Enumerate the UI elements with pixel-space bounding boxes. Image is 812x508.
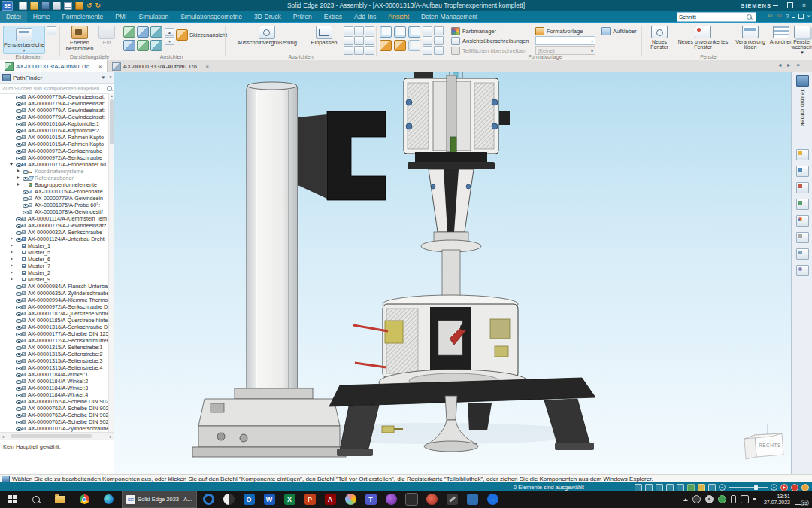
aufkleber-button[interactable]: Aufkleber	[601, 26, 637, 35]
save-icon[interactable]	[41, 2, 50, 10]
black-box-app-icon[interactable]	[401, 491, 422, 508]
visibility-eye-icon[interactable]	[15, 297, 21, 303]
visibility-eye-icon[interactable]	[15, 229, 21, 236]
command-search-input[interactable]	[677, 14, 747, 20]
menu-tab-pmi[interactable]: PMI	[109, 11, 132, 22]
tray-chevron-up-icon[interactable]	[683, 498, 688, 501]
panel-menu-icon[interactable]: ▾	[102, 75, 105, 81]
visibility-eye-icon[interactable]	[15, 385, 21, 391]
visibility-eye-icon[interactable]	[15, 236, 21, 242]
tree-item[interactable]: AX-00000635/A-Zylinderschraube D	[0, 290, 109, 297]
visibility-eye-icon[interactable]	[15, 364, 21, 371]
tree-item[interactable]: Muster_6	[0, 256, 109, 263]
play-icon[interactable]	[780, 484, 788, 491]
visibility-eye-icon[interactable]	[22, 175, 28, 181]
tree-item[interactable]: AX-00000779/A-Gewindeeinsat:	[0, 100, 109, 107]
tree-item[interactable]: AX-00001184/A-Winkel:4	[0, 391, 109, 398]
part-clamp-bracket[interactable]	[327, 111, 386, 200]
visibility-eye-icon[interactable]	[15, 303, 21, 310]
tree-item[interactable]: AX-00000972/A-Senkschraube	[0, 148, 109, 154]
visibility-eye-icon[interactable]	[22, 168, 28, 175]
tree-item[interactable]: Muster_7	[0, 263, 109, 269]
doc-tab-active[interactable]: AX-00001313/A-Aufbau Tro... ×	[0, 60, 108, 72]
tree-item[interactable]: AX-00000177/A-Scheibe DIN 125 -	[0, 330, 109, 337]
tree-item[interactable]: AX-00001184/A-Winkel:1	[0, 371, 109, 378]
exit-icon[interactable]	[75, 2, 83, 10]
tree-item[interactable]: AX-00000762/A-Scheibe DIN 9021	[0, 418, 109, 425]
visibility-eye-icon[interactable]	[15, 148, 21, 154]
visibility-eye-icon[interactable]	[15, 324, 21, 330]
open-icon[interactable]	[30, 2, 38, 10]
select-tool-icon[interactable]	[635, 484, 642, 491]
ausschnittvergroesserung-button[interactable]: Ausschnittvergrößerung	[228, 26, 306, 46]
visibility-eye-icon[interactable]	[15, 357, 21, 364]
taskbar-clock[interactable]: 13:51 27.07.2023	[764, 494, 790, 506]
tree-item[interactable]: AX-00000032/A-Senkschraube	[0, 229, 109, 236]
alternate-assemblies-icon[interactable]	[796, 182, 809, 193]
vpn-status-icon[interactable]	[718, 495, 726, 503]
tree-item[interactable]: AX-00001184/A-Winkel:2	[0, 378, 109, 385]
neues-unverankertes-fenster-button[interactable]: Neues unverankertes Fenster	[675, 26, 731, 50]
tree-item[interactable]: AX-00000107/A-Zylinderschraube D	[0, 425, 109, 432]
tree-item[interactable]: AX-00000762/A-Scheibe DIN 9021	[0, 412, 109, 418]
fenster-wechseln-button[interactable]: Fenster wechseln ▾	[791, 26, 812, 55]
expand-arrow-icon[interactable]	[9, 256, 15, 263]
menu-tab-extras[interactable]: Extras	[318, 11, 348, 22]
doc-close-icon[interactable]: ×	[807, 13, 810, 20]
visibility-eye-icon[interactable]	[15, 330, 21, 337]
teilbibliothek-tab[interactable]: Teilbibliothek	[792, 72, 812, 126]
network-globe-icon[interactable]	[705, 495, 714, 503]
photos-icon[interactable]	[341, 491, 361, 508]
part-upper-mechanism[interactable]	[404, 75, 510, 169]
tree-item[interactable]: Muster_9	[0, 276, 109, 283]
expand-arrow-icon[interactable]	[9, 161, 15, 168]
expand-arrow-icon[interactable]	[9, 242, 15, 249]
tree-item[interactable]: AX-00000972/A-Senkschraube DIN	[0, 303, 109, 310]
link-icon[interactable]	[796, 232, 809, 243]
chrome-icon[interactable]	[72, 491, 96, 508]
visibility-eye-icon[interactable]	[15, 120, 21, 127]
visibility-eye-icon[interactable]	[15, 93, 21, 100]
tree-item[interactable]: AX-00000762/A-Scheibe DIN 9021	[0, 398, 109, 405]
feedback-happy-icon[interactable]: ☺	[768, 12, 774, 20]
feedback-sad-icon[interactable]: ☺	[777, 12, 783, 20]
visibility-eye-icon[interactable]	[15, 100, 21, 107]
skizzenansicht-button[interactable]: Skizzenansicht	[176, 29, 223, 41]
visibility-eye-icon[interactable]	[22, 208, 28, 215]
new-document-icon[interactable]	[19, 2, 27, 10]
ebenen-bestimmen-button[interactable]: Ebenen bestimmen	[63, 26, 96, 51]
visibility-eye-icon[interactable]	[15, 222, 21, 229]
expand-arrow-icon[interactable]	[9, 269, 15, 276]
part-column-base[interactable]	[192, 388, 346, 457]
zoom-slider-handle[interactable]	[754, 485, 758, 490]
tree-item[interactable]: AX-00000779/A-Gewindeeinsat:	[0, 107, 109, 114]
tree-item[interactable]: AX-00000779/A-Gewindeeinsat:	[0, 114, 109, 120]
blue-ring-app-icon[interactable]	[198, 491, 219, 508]
tree-item[interactable]: AX-00000994/A-Klemme Thermoele	[0, 297, 109, 303]
tree-item[interactable]: AX-00001016/A-Kaptonfolie:2	[0, 127, 109, 134]
tree-item[interactable]: AX-00001315/A-Seitenstrebe:2	[0, 351, 109, 357]
menu-tab-home[interactable]: Home	[27, 11, 56, 22]
excel-icon[interactable]: X	[280, 491, 300, 508]
show-hide-icon[interactable]	[47, 26, 56, 35]
snipping-tool-icon[interactable]	[219, 491, 239, 508]
zoom-pan-tools[interactable]	[344, 26, 374, 55]
word-icon[interactable]: W	[259, 491, 280, 508]
minimize-icon[interactable]	[773, 5, 778, 6]
anordnen-button[interactable]: Anordnen	[768, 26, 794, 44]
visibility-eye-icon[interactable]	[15, 391, 21, 398]
tree-item[interactable]: AX-00000972/A-Senkschraube	[0, 154, 109, 161]
tree-item[interactable]: Muster_1	[0, 242, 109, 249]
tree-item[interactable]: AX-00001078/A-Gewindestif	[0, 208, 109, 215]
visibility-eye-icon[interactable]	[15, 141, 21, 148]
image-gallery-icon[interactable]	[796, 215, 809, 227]
tree-item[interactable]: AX-00001187/A-Querstrebe vorne:1	[0, 310, 109, 317]
cad-assembly[interactable]: RECHTS	[114, 72, 791, 474]
menu-tab-ansicht[interactable]: Ansicht	[382, 11, 415, 22]
menu-tab-simulationsgeometrie[interactable]: Simulationsgeometrie	[174, 11, 248, 22]
visibility-eye-icon[interactable]	[15, 351, 21, 357]
notification-center-icon[interactable]: 23	[795, 494, 807, 505]
menu-tab-prüfen[interactable]: Prüfen	[287, 11, 318, 22]
visibility-eye-icon[interactable]	[15, 337, 21, 344]
einpassen-button[interactable]: Einpassen	[307, 26, 341, 46]
